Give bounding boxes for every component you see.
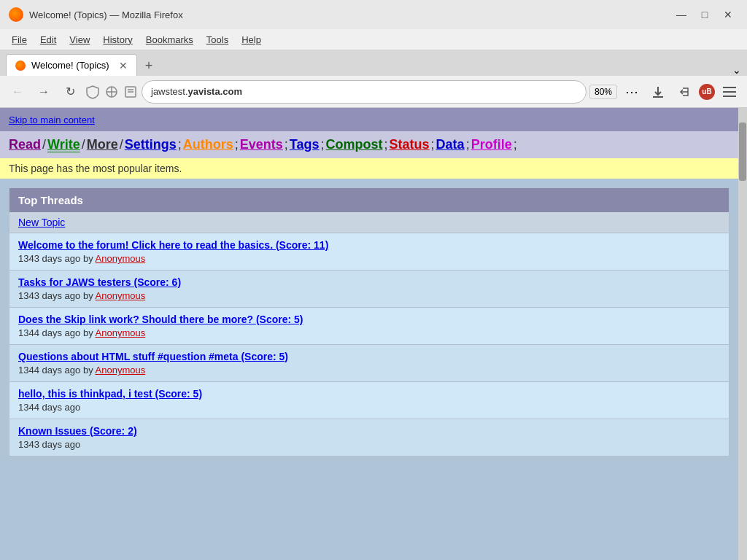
tab-favicon [15,61,26,71]
thread-link[interactable]: Questions about HTML stuff #question #me… [18,351,720,362]
skip-to-main-link[interactable]: Skip to main content [9,114,95,125]
menu-bookmarks[interactable]: Bookmarks [140,33,199,47]
thread-item: Welcome to the forum! Click here to read… [9,233,729,270]
scrollbar[interactable] [738,108,747,560]
menu-help[interactable]: Help [236,33,267,47]
zoom-level[interactable]: 80% [589,85,617,99]
nav-settings[interactable]: Settings [125,137,177,152]
download-button[interactable] [646,80,670,104]
nav-data[interactable]: Data [436,137,465,152]
nav-banner: Skip to main content [0,108,738,131]
author-link[interactable]: Anonymous [96,365,146,376]
thread-link[interactable]: Welcome to the forum! Click here to read… [18,239,720,251]
maximize-button[interactable]: □ [694,4,715,25]
nav-compost[interactable]: Compost [326,137,383,152]
menu-edit[interactable]: Edit [34,33,62,47]
forward-button[interactable]: → [32,80,55,104]
reload-button[interactable]: ↻ [58,80,82,104]
nav-write[interactable]: Write [47,137,80,152]
thread-item: Known Issues (Score: 2) 1343 days ago [9,419,729,456]
author-link[interactable]: Anonymous [96,290,146,301]
more-tools-button[interactable]: ⋯ [620,80,643,104]
nav-events[interactable]: Events [240,137,283,152]
ublock-icon: uB [699,84,715,100]
thread-item: Questions about HTML stuff #question #me… [9,344,729,381]
window-controls: — □ ✕ [671,4,738,25]
scrollbar-thumb[interactable] [739,122,746,181]
threads-section: Top Threads New Topic Welcome to the for… [9,187,729,456]
nav-profile[interactable]: Profile [471,137,512,152]
thread-meta: 1344 days ago by Anonymous [18,365,145,376]
firefox-icon [9,7,23,22]
window-title: Welcome! (Topics) — Mozilla Firefox [29,9,665,20]
nav-authors[interactable]: Authors [183,137,233,152]
nav-bar: ← → ↻ jawstest.yavista.com 80% ⋯ uB [0,76,747,108]
author-link[interactable]: Anonymous [96,327,146,338]
page-inner: Skip to main content Read/ Write/ More/ … [0,108,738,560]
thread-link[interactable]: Does the Skip link work? Should there be… [18,314,720,325]
hamburger-menu-button[interactable] [718,80,741,104]
author-link[interactable]: Anonymous [96,253,146,264]
thread-meta: 1343 days ago [18,439,80,450]
thread-link[interactable]: Known Issues (Score: 2) [18,425,720,437]
url-bar[interactable]: jawstest.yavista.com [142,80,587,104]
thread-item: Tasks for JAWS testers (Score: 6) 1343 d… [9,270,729,307]
new-tab-button[interactable]: + [139,55,159,76]
menu-tools[interactable]: Tools [201,33,234,47]
main-nav: Read/ Write/ More/ Settings; Authors; Ev… [0,131,738,158]
tab-bar: Welcome! (Topics) ✕ + ⌄ [0,50,747,76]
back-button[interactable]: ← [6,80,29,104]
page-description: This page has the most popular items. [0,158,738,179]
page-content: Skip to main content Read/ Write/ More/ … [0,108,747,560]
tab-title: Welcome! (Topics) [31,60,109,71]
close-button[interactable]: ✕ [718,4,738,25]
active-tab[interactable]: Welcome! (Topics) ✕ [6,54,137,76]
thread-meta: 1344 days ago [18,402,80,413]
threads-header: Top Threads [9,188,729,212]
nav-tags[interactable]: Tags [290,137,320,152]
nav-read[interactable]: Read [9,137,41,152]
url-text: jawstest.yavista.com [151,86,577,97]
thread-item: Does the Skip link work? Should there be… [9,307,729,344]
menu-history[interactable]: History [97,33,138,47]
thread-meta: 1344 days ago by Anonymous [18,327,145,338]
thread-item: hello, this is thinkpad, i test (Score: … [9,381,729,419]
new-topic-link[interactable]: New Topic [18,217,65,228]
menu-bar: File Edit View History Bookmarks Tools H… [0,29,747,50]
tab-list-button[interactable]: ⌄ [732,64,741,76]
new-topic-row: New Topic [9,212,729,233]
thread-link[interactable]: hello, this is thinkpad, i test (Score: … [18,388,720,400]
share-button[interactable] [673,80,696,104]
tab-close-button[interactable]: ✕ [119,60,128,71]
thread-meta: 1343 days ago by Anonymous [18,253,145,264]
thread-link[interactable]: Tasks for JAWS testers (Score: 6) [18,276,720,288]
browser-window: Welcome! (Topics) — Mozilla Firefox — □ … [0,0,747,560]
minimize-button[interactable]: — [671,4,692,25]
thread-meta: 1343 days ago by Anonymous [18,290,145,301]
nav-more[interactable]: More [87,137,118,152]
menu-file[interactable]: File [6,33,33,47]
security-shield-icon [85,84,101,100]
nav-status[interactable]: Status [390,137,430,152]
menu-view[interactable]: View [63,33,96,47]
reader-icon [123,84,139,100]
tracking-icon [104,84,120,100]
title-bar: Welcome! (Topics) — Mozilla Firefox — □ … [0,0,747,29]
